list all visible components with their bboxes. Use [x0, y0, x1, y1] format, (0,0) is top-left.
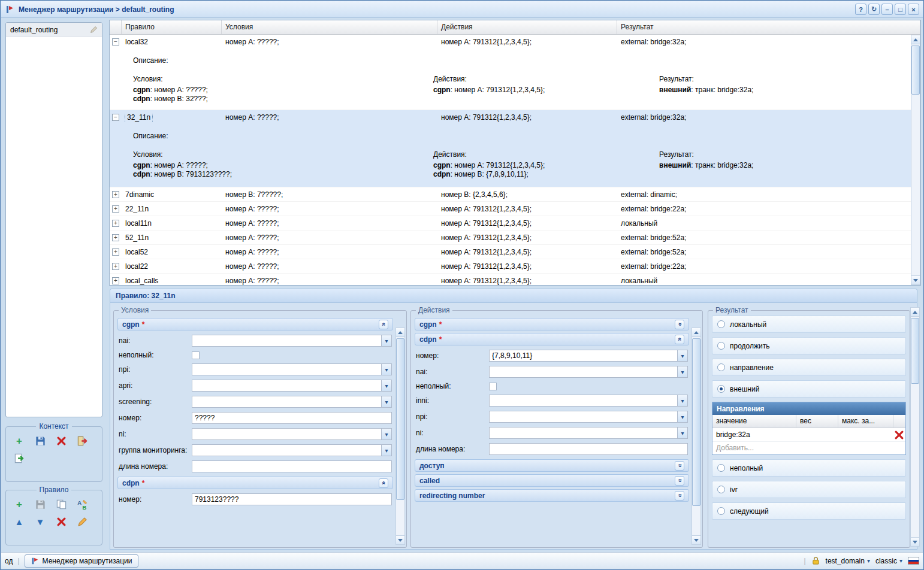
collapse-button[interactable]: «: [675, 461, 684, 471]
scroll-down-icon[interactable]: [911, 275, 920, 284]
scroll-down-icon[interactable]: [692, 535, 700, 544]
direction-row[interactable]: bridge:32a: [712, 428, 905, 442]
dropdown-trigger[interactable]: ▾: [382, 444, 392, 456]
scrollbar-thumb[interactable]: [692, 338, 700, 506]
context-add-button[interactable]: +: [13, 435, 25, 447]
expand-row-icon[interactable]: +: [112, 205, 119, 213]
table-row[interactable]: − local32 номер A: ?????; номер A: 79131…: [110, 35, 911, 110]
context-export-button[interactable]: [13, 452, 25, 464]
cond-cdpn-number-input[interactable]: [192, 493, 392, 505]
cond-cgpn-number-input[interactable]: [192, 412, 392, 424]
edit-pencil-icon[interactable]: [90, 26, 98, 34]
grid-vscrollbar[interactable]: [911, 35, 920, 285]
scroll-up-icon[interactable]: [396, 328, 404, 337]
scrollbar-track[interactable]: [692, 337, 700, 535]
column-header-result[interactable]: Результат: [617, 20, 920, 34]
minimize-icon[interactable]: –: [881, 4, 893, 15]
section-header-dostup[interactable]: доступ «: [415, 459, 689, 472]
collapse-button[interactable]: «: [379, 478, 388, 488]
table-row[interactable]: + 52_11n номер A: ?????; номер A: 791312…: [110, 231, 911, 245]
table-row[interactable]: + local52 номер A: ?????; номер A: 79131…: [110, 245, 911, 259]
act-cdpn-number-input[interactable]: [489, 350, 678, 362]
radio-icon[interactable]: [717, 342, 725, 350]
result-option-direction[interactable]: направление: [712, 359, 906, 376]
radio-icon[interactable]: [717, 464, 725, 472]
collapse-button[interactable]: «: [675, 491, 684, 501]
context-unload-button[interactable]: [76, 435, 88, 447]
act-cdpn-npi-input[interactable]: [489, 411, 678, 423]
rule-delete-button[interactable]: [55, 516, 67, 527]
cond-cgpn-npi-input[interactable]: [192, 363, 382, 375]
collapse-button[interactable]: «: [675, 476, 684, 486]
section-header-cgpn[interactable]: cgpn * «: [117, 318, 393, 331]
table-row-selected[interactable]: − 32_11n номер A: ?????; номер A: 791312…: [110, 110, 911, 187]
column-header-conditions[interactable]: Условия: [222, 20, 437, 34]
result-option-ivr[interactable]: ivr: [712, 481, 906, 498]
language-flag-icon[interactable]: [908, 557, 919, 565]
actions-vscrollbar[interactable]: [692, 328, 701, 545]
dropdown-trigger[interactable]: ▾: [382, 335, 392, 347]
conditions-vscrollbar[interactable]: [395, 328, 405, 545]
refresh-icon[interactable]: ↻: [868, 4, 880, 15]
result-option-incomplete[interactable]: неполный: [712, 459, 906, 477]
result-option-external[interactable]: внешний: [712, 380, 906, 398]
expand-row-icon[interactable]: +: [112, 234, 119, 241]
direction-delete-button[interactable]: [895, 430, 904, 441]
radio-icon[interactable]: [717, 507, 725, 515]
scrollbar-track[interactable]: [911, 44, 920, 275]
theme-selector[interactable]: classic ▾: [875, 557, 902, 565]
dropdown-trigger[interactable]: ▾: [382, 363, 392, 375]
directions-column-value[interactable]: значение: [712, 415, 796, 428]
dropdown-trigger[interactable]: ▾: [678, 395, 688, 407]
rule-move-up-button[interactable]: ▲: [13, 516, 25, 527]
table-row[interactable]: + local11n номер A: ?????; номер A: 7913…: [110, 216, 911, 231]
expand-row-icon[interactable]: +: [112, 220, 119, 227]
result-option-continue[interactable]: продолжить: [712, 337, 906, 354]
cond-cgpn-incomplete-checkbox[interactable]: [192, 351, 200, 359]
directions-column-max[interactable]: макс. за...: [838, 415, 893, 428]
collapse-row-icon[interactable]: −: [112, 38, 119, 46]
rule-edit-button[interactable]: [76, 516, 88, 527]
table-row[interactable]: + local22 номер A: ?????; номер A: 79131…: [110, 259, 911, 274]
column-header-rule[interactable]: Правило: [122, 20, 222, 34]
maximize-icon[interactable]: □: [895, 4, 906, 15]
dropdown-trigger[interactable]: ▾: [382, 380, 392, 392]
rule-move-down-button[interactable]: ▼: [34, 516, 46, 527]
dropdown-trigger[interactable]: ▾: [678, 366, 688, 378]
scrollbar-thumb[interactable]: [911, 318, 919, 384]
rule-copy-button[interactable]: [55, 498, 67, 510]
rule-rename-button[interactable]: AB: [76, 498, 88, 510]
collapse-button[interactable]: «: [379, 320, 388, 329]
section-header-redirecting-number[interactable]: redirecting number «: [415, 489, 689, 502]
cond-cgpn-monitoring-group-input[interactable]: [192, 444, 382, 456]
domain-selector[interactable]: test_domain ▾: [826, 557, 870, 565]
act-cdpn-ni-input[interactable]: [489, 427, 678, 439]
context-list-item[interactable]: default_routing: [6, 23, 102, 37]
dropdown-trigger[interactable]: ▾: [678, 350, 688, 362]
section-header-called[interactable]: called «: [415, 474, 689, 487]
scroll-down-icon[interactable]: [396, 535, 404, 544]
act-cdpn-number-length-input[interactable]: [489, 443, 688, 455]
expand-row-icon[interactable]: +: [112, 277, 119, 284]
table-row[interactable]: + 7dinamic номер B: 7?????; номер B: {2,…: [110, 187, 911, 202]
expand-row-icon[interactable]: +: [112, 263, 119, 270]
radio-selected-icon[interactable]: [717, 385, 725, 393]
help-icon[interactable]: ?: [855, 4, 866, 15]
dropdown-trigger[interactable]: ▾: [382, 428, 392, 440]
section-header-cgpn[interactable]: cgpn * «: [415, 318, 689, 331]
cond-cgpn-screening-input[interactable]: [192, 396, 382, 408]
cond-cgpn-ni-input[interactable]: [192, 428, 382, 440]
scrollbar-track[interactable]: [396, 337, 404, 535]
collapse-button[interactable]: «: [675, 335, 684, 344]
section-header-cdpn[interactable]: cdpn * «: [415, 333, 689, 345]
act-cdpn-nai-input[interactable]: [489, 366, 678, 378]
context-save-button[interactable]: [34, 435, 46, 447]
expand-row-icon[interactable]: +: [112, 191, 119, 198]
column-header-actions[interactable]: Действия: [437, 20, 617, 34]
rule-save-button[interactable]: [34, 498, 46, 510]
collapse-button[interactable]: «: [675, 320, 684, 329]
act-cdpn-inni-input[interactable]: [489, 395, 678, 407]
close-icon[interactable]: ×: [908, 4, 919, 15]
result-option-next[interactable]: следующий: [712, 502, 906, 520]
section-header-cdpn[interactable]: cdpn * «: [117, 477, 393, 489]
